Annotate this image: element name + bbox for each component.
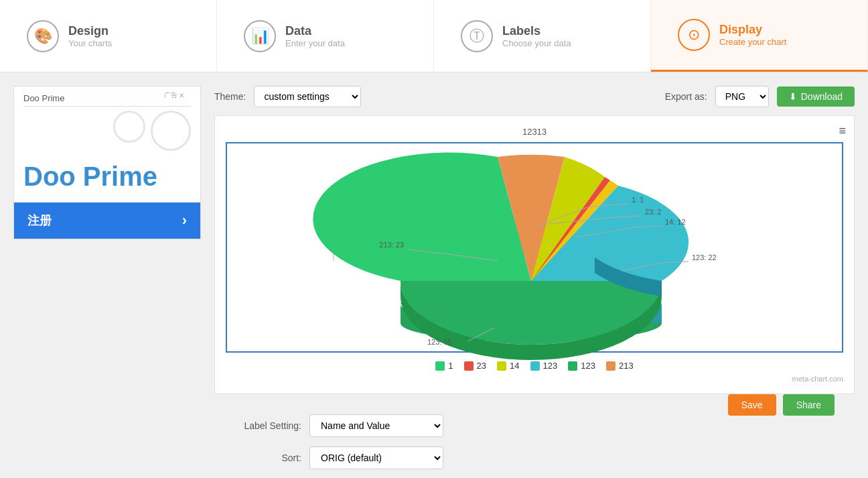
label-orange: 213: 23 — [379, 241, 404, 249]
legend-item-2: 23 — [464, 361, 486, 371]
legend-item-4: 123 — [530, 361, 558, 371]
download-label: Download — [801, 91, 843, 102]
legend-color-5 — [568, 361, 577, 371]
ad-sidebar: 广告 ✕ Doo Prime Doo Prime 注册 › — [13, 86, 201, 478]
nav-step-design[interactable]: 🎨 Design Your charts — [0, 0, 217, 72]
bottom-controls: Label Setting: Name and Value Name only … — [214, 414, 855, 469]
chart-menu-icon[interactable]: ≡ — [839, 124, 846, 138]
legend-item-5: 123 — [568, 361, 595, 371]
legend-label-3: 14 — [510, 361, 519, 371]
design-step-title: Design — [68, 24, 112, 38]
legend-color-2 — [464, 361, 474, 371]
display-step-subtitle: Create your chart — [719, 37, 786, 47]
labels-step-subtitle: Choose your data — [502, 38, 571, 48]
ad-cta-text: 注册 — [27, 213, 52, 229]
ad-circles — [14, 107, 200, 155]
label-yellow: 23: 2 — [645, 208, 661, 216]
legend-item-3: 14 — [497, 361, 519, 371]
download-icon: ⬇ — [789, 91, 797, 102]
label-green-bottom: 123: 55 — [427, 338, 452, 346]
ad-circle-1 — [113, 111, 145, 143]
design-icon: 🎨 — [27, 20, 59, 52]
legend-label-5: 123 — [581, 361, 595, 371]
design-step-subtitle: Your charts — [68, 38, 112, 48]
ad-label: 广告 ✕ — [164, 91, 184, 100]
legend-label-2: 23 — [477, 361, 486, 371]
legend-item-1: 1 — [435, 361, 453, 371]
nav-step-data[interactable]: 📊 Data Enter your data — [217, 0, 434, 72]
action-buttons: Save Share — [728, 394, 835, 416]
save-button[interactable]: Save — [728, 394, 776, 416]
label-yg: 14: 12 — [665, 218, 686, 226]
slice-1 — [313, 152, 531, 281]
data-step-subtitle: Enter your data — [285, 38, 345, 48]
ad-big-text: Doo Prime — [14, 155, 200, 202]
chart-source: meta-chart.com — [226, 375, 843, 383]
chart-legend: 1 23 14 123 123 — [226, 361, 843, 371]
top-navigation: 🎨 Design Your charts 📊 Data Enter your d… — [0, 0, 868, 72]
legend-color-3 — [497, 361, 506, 371]
nav-step-display[interactable]: ⊙ Display Create your chart — [651, 0, 868, 72]
display-icon: ⊙ — [678, 19, 710, 51]
data-step-title: Data — [285, 24, 345, 38]
ad-cta-button[interactable]: 注册 › — [14, 202, 200, 239]
main-content: 广告 ✕ Doo Prime Doo Prime 注册 › Theme: cus… — [0, 72, 868, 478]
legend-color-1 — [435, 361, 445, 371]
label-red: 1: 1 — [632, 196, 644, 204]
ad-cta-arrow-icon: › — [182, 212, 187, 229]
legend-label-4: 123 — [543, 361, 558, 371]
ad-circle-2 — [151, 111, 191, 151]
legend-color-6 — [606, 361, 616, 371]
chart-inner: 213: 23 1: 1 23: 2 14: 12 — [226, 142, 843, 353]
chart-area: ≡ 12313 — [214, 115, 855, 394]
bottom-section: Label Setting: Name and Value Name only … — [214, 394, 855, 469]
chart-panel: Theme: custom settings Export as: PNG SV… — [214, 86, 855, 478]
labels-icon: Ⓣ — [461, 20, 493, 52]
legend-label-6: 213 — [619, 361, 634, 371]
sort-label: Sort: — [221, 453, 301, 463]
label-setting-select[interactable]: Name and Value Name only Value only None — [309, 414, 443, 437]
theme-label: Theme: — [214, 91, 246, 102]
nav-step-labels[interactable]: Ⓣ Labels Choose your data — [434, 0, 651, 72]
ad-box: 广告 ✕ Doo Prime Doo Prime 注册 › — [13, 86, 201, 239]
legend-label-1: 1 — [448, 361, 453, 371]
label-setting-label: Label Setting: — [221, 420, 301, 431]
download-button[interactable]: ⬇ Download — [777, 86, 855, 107]
labels-step-title: Labels — [502, 24, 571, 38]
pie-group — [313, 152, 689, 345]
theme-select[interactable]: custom settings — [254, 86, 361, 107]
pie-chart-svg: 213: 23 1: 1 23: 2 14: 12 — [334, 150, 735, 345]
export-label: Export as: — [665, 91, 707, 102]
export-format-select[interactable]: PNG SVG PDF — [715, 86, 769, 107]
display-step-title: Display — [719, 23, 786, 37]
share-button[interactable]: Share — [783, 394, 835, 416]
data-icon: 📊 — [244, 20, 276, 52]
sort-row: Sort: ORIG (default) Ascending Descendin… — [221, 446, 848, 469]
sort-select[interactable]: ORIG (default) Ascending Descending — [309, 446, 443, 469]
label-cyan: 123: 22 — [692, 253, 717, 261]
label-setting-row: Label Setting: Name and Value Name only … — [221, 414, 848, 437]
legend-color-4 — [530, 361, 540, 371]
chart-title: 12313 — [226, 127, 843, 137]
chart-toolbar: Theme: custom settings Export as: PNG SV… — [214, 86, 855, 107]
legend-item-6: 213 — [606, 361, 634, 371]
